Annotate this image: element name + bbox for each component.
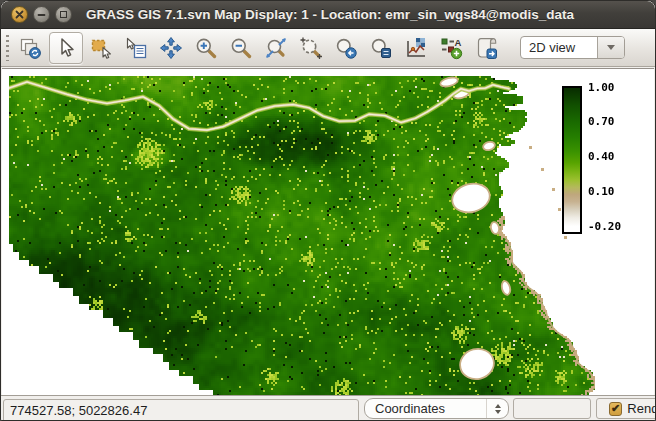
toolbar-grip[interactable] xyxy=(6,35,9,61)
add-overlay-icon: A xyxy=(439,36,463,60)
zoom-out-button[interactable] xyxy=(228,34,254,62)
add-map-elements-button[interactable]: A xyxy=(438,34,464,62)
previous-zoom-icon xyxy=(334,36,358,60)
zoom-options-button[interactable] xyxy=(368,34,394,62)
legend-tick-label: 0.70 xyxy=(588,115,615,128)
zoom-region-icon xyxy=(299,36,323,60)
close-button[interactable] xyxy=(11,6,28,23)
zoom-in-button[interactable] xyxy=(193,34,219,62)
zoom-region-button[interactable] xyxy=(298,34,324,62)
statusbar: 774527.58; 5022826.47 Coordinates ✔ Rend… xyxy=(1,395,655,420)
view-mode-dropdown-button[interactable] xyxy=(597,37,624,58)
re-render-icon xyxy=(18,36,42,60)
spin-down-icon xyxy=(495,410,501,414)
legend-tick-label: 0.40 xyxy=(588,150,615,163)
save-display-button[interactable] xyxy=(473,34,499,62)
statusbar-mode-select[interactable]: Coordinates xyxy=(364,398,509,419)
minimize-button[interactable] xyxy=(33,6,50,23)
select-rectangle-icon xyxy=(89,36,113,60)
close-icon xyxy=(15,10,24,19)
legend-tick-label: 1.00 xyxy=(588,81,615,94)
legend-tick-label: -0.20 xyxy=(588,220,621,233)
map-display-window: GRASS GIS 7.1.svn Map Display: 1 - Locat… xyxy=(0,0,656,421)
ndvi-raster-layer xyxy=(9,76,595,396)
pan-icon xyxy=(159,36,183,60)
statusbar-progress-panel xyxy=(513,398,591,419)
map-legend: 1.00 0.70 0.40 0.10 -0.20 xyxy=(562,86,656,234)
view-mode-select[interactable]: 2D view xyxy=(520,36,625,59)
re-render-display-button[interactable] xyxy=(17,34,43,62)
view-mode-value: 2D view xyxy=(521,37,597,58)
analyze-chart-icon xyxy=(404,36,428,60)
previous-zoom-button[interactable] xyxy=(333,34,359,62)
zoom-in-icon xyxy=(194,36,218,60)
query-button[interactable] xyxy=(123,34,149,62)
minimize-icon xyxy=(37,10,46,19)
zoom-out-icon xyxy=(229,36,253,60)
zoom-extent-button[interactable] xyxy=(263,34,289,62)
render-checkbox-label: Render xyxy=(627,401,656,416)
render-panel: ✔ Render xyxy=(596,398,656,419)
select-features-button[interactable] xyxy=(88,34,114,62)
maximize-icon xyxy=(60,11,67,18)
window-title: GRASS GIS 7.1.svn Map Display: 1 - Locat… xyxy=(86,7,574,22)
zoom-extent-icon xyxy=(264,36,288,60)
titlebar: GRASS GIS 7.1.svn Map Display: 1 - Locat… xyxy=(1,1,655,29)
spin-up-icon xyxy=(495,404,501,408)
zoom-options-icon xyxy=(369,36,393,60)
spinner-arrows-icon[interactable] xyxy=(486,399,508,418)
pointer-button[interactable] xyxy=(49,32,83,64)
coordinate-display: 774527.58; 5022826.47 xyxy=(3,399,359,421)
pointer-icon xyxy=(54,36,78,60)
statusbar-mode-value: Coordinates xyxy=(365,401,486,416)
render-checkbox[interactable]: ✔ xyxy=(609,402,622,416)
legend-color-bar xyxy=(562,86,582,234)
maximize-button[interactable] xyxy=(55,6,72,23)
map-canvas[interactable]: 1.00 0.70 0.40 0.10 -0.20 xyxy=(2,68,654,395)
legend-tick-label: 0.10 xyxy=(588,185,615,198)
svg-text:A: A xyxy=(455,36,462,47)
query-icon xyxy=(124,36,148,60)
pan-button[interactable] xyxy=(158,34,184,62)
chevron-down-icon xyxy=(607,45,615,50)
export-map-icon xyxy=(474,36,498,60)
analyze-map-button[interactable] xyxy=(403,34,429,62)
map-toolbar: A 2D view xyxy=(1,29,655,67)
